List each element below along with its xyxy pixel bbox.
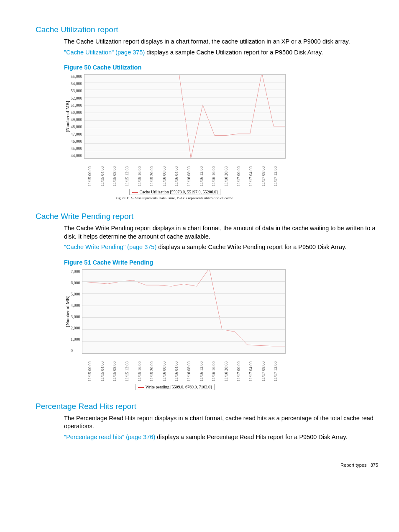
- text-run: displays a sample Cache Utilization repo…: [145, 49, 323, 56]
- footer-page-number: 375: [371, 463, 378, 468]
- data-line: [82, 270, 286, 353]
- figure-51-chart: [Number of MB] 7,0006,0005,0004,0003,000…: [64, 269, 286, 390]
- plot-area: [84, 74, 286, 159]
- y-axis-ticks: 7,0006,0005,0004,0003,0002,0001,0000: [71, 269, 82, 353]
- paragraph: The Percentage Read Hits report displays…: [64, 414, 378, 431]
- plot-area: [82, 269, 286, 354]
- footer-label: Report types: [340, 463, 366, 468]
- section-body: The Cache Write Pending report displays …: [64, 224, 378, 390]
- figure-title-50: Figure 50 Cache Utilization: [64, 64, 378, 71]
- x-axis-ticks: 11/15 00:0011/15 04:0011/15 08:0011/15 1…: [87, 355, 286, 381]
- text-run: displays a sample Percentage Read Hits r…: [155, 434, 347, 440]
- xref-cache-utilization[interactable]: "Cache Utilization" (page 375): [64, 49, 145, 56]
- figure-caption: Figure 1: X-Axis represents Date-Time, Y…: [64, 196, 286, 200]
- paragraph: "Percentage read hits" (page 376) displa…: [64, 433, 378, 442]
- x-axis-ticks: 11/15 00:0011/15 04:0011/15 08:0011/15 1…: [87, 160, 286, 186]
- heading-percentage-read-hits: Percentage Read Hits report: [36, 402, 378, 411]
- legend-swatch: [132, 192, 138, 193]
- heading-cache-write-pending: Cache Write Pending report: [36, 212, 378, 221]
- text-run: displays a sample Cache Write Pending re…: [156, 244, 346, 250]
- legend-swatch: [138, 387, 144, 388]
- legend-row: Write pending [5509.0, 6769.0, 7103.0]: [64, 383, 286, 390]
- y-axis-label: [Number of MB]: [64, 101, 71, 132]
- paragraph: The Cache Write Pending report displays …: [64, 224, 378, 241]
- paragraph: "Cache Utilization" (page 375) displays …: [64, 49, 378, 57]
- section-body: The Cache Utilization report displays in…: [64, 38, 378, 200]
- y-axis-label: [Number of MB]: [64, 296, 71, 327]
- page-footer: Report types 375: [36, 463, 378, 468]
- legend-row: Cache Utilization [55073.0, 55197.0, 552…: [64, 188, 286, 195]
- legend: Write pending [5509.0, 6769.0, 7103.0]: [135, 384, 215, 390]
- figure-title-51: Figure 51 Cache Write Pending: [64, 259, 378, 266]
- data-line: [84, 75, 286, 158]
- y-axis-ticks: 55,00054,00053,00052,00051,00050,00049,0…: [71, 74, 84, 158]
- xref-cache-write-pending[interactable]: "Cache Write Pending" (page 375): [64, 244, 156, 250]
- legend: Cache Utilization [55073.0, 55197.0, 552…: [129, 189, 221, 195]
- paragraph: The Cache Utilization report displays in…: [64, 38, 378, 46]
- section-body: The Percentage Read Hits report displays…: [64, 414, 378, 442]
- figure-50-chart: [Number of MB] 55,00054,00053,00052,0005…: [64, 74, 286, 200]
- legend-text: Cache Utilization [55073.0, 55197.0, 552…: [140, 190, 218, 194]
- xref-percentage-read-hits[interactable]: "Percentage read hits" (page 376): [64, 434, 155, 440]
- legend-text: Write pending [5509.0, 6769.0, 7103.0]: [146, 385, 212, 389]
- paragraph: "Cache Write Pending" (page 375) display…: [64, 243, 378, 252]
- heading-cache-utilization: Cache Utilization report: [36, 25, 378, 34]
- page-content: Cache Utilization report The Cache Utili…: [0, 0, 399, 484]
